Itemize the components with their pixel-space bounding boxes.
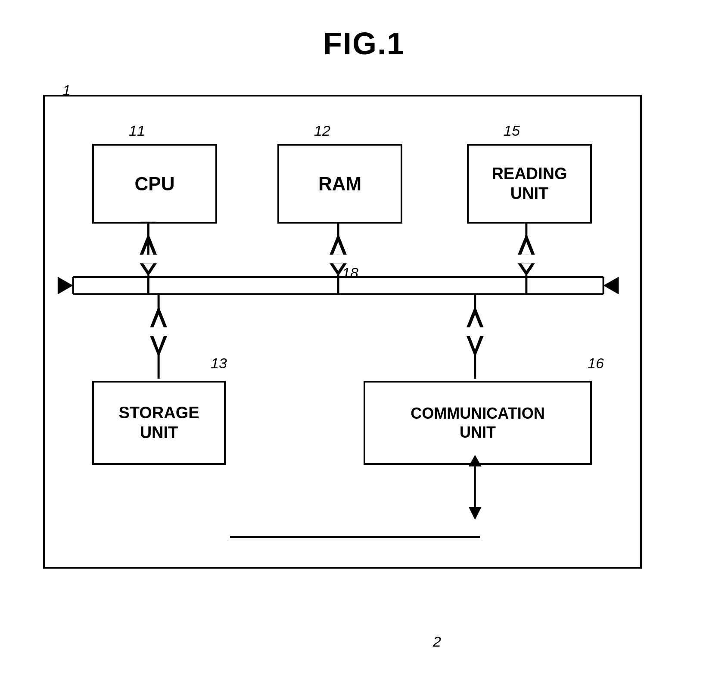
svg-marker-10 xyxy=(604,277,619,294)
diagram-arrows xyxy=(45,96,640,567)
svg-marker-46 xyxy=(469,455,482,467)
network-line xyxy=(230,536,480,538)
outer-system-box: 11 12 15 13 18 16 CPU RAM READING UNIT S… xyxy=(43,95,642,569)
page-title: FIG.1 xyxy=(0,0,728,61)
svg-marker-45 xyxy=(469,507,482,520)
network-label: 2 xyxy=(433,633,441,650)
svg-marker-8 xyxy=(58,277,73,294)
